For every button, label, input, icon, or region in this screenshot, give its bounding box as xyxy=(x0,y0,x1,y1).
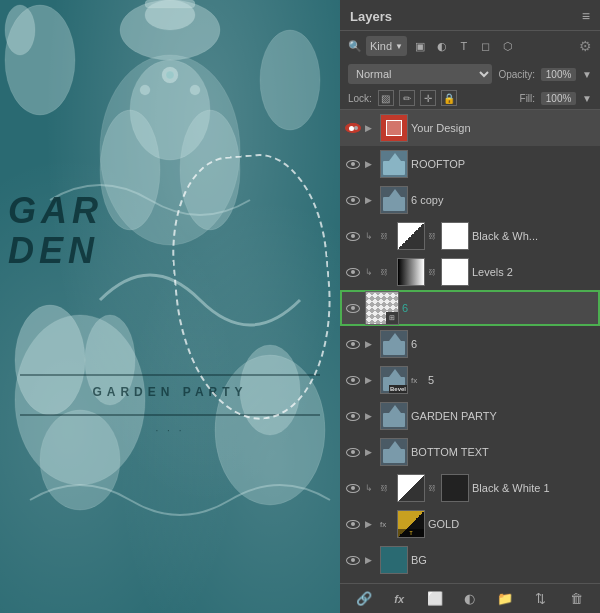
layer-visibility-toggle[interactable] xyxy=(344,407,362,425)
lock-position-btn[interactable]: ✛ xyxy=(420,90,436,106)
layer-visibility-toggle[interactable] xyxy=(344,119,362,137)
layer-expand-icon[interactable]: ▶ xyxy=(365,339,377,349)
layer-row[interactable]: ↳ ⛓ ⛓ Levels 2 xyxy=(340,254,600,290)
panel-options-icon[interactable]: ⚙ xyxy=(579,38,592,54)
layer-visibility-toggle[interactable] xyxy=(344,551,362,569)
svg-point-17 xyxy=(166,71,174,79)
layer-visibility-toggle[interactable] xyxy=(344,479,362,497)
add-mask-button[interactable]: ⬜ xyxy=(423,587,447,611)
link-layers-button[interactable]: 🔗 xyxy=(352,587,376,611)
layer-expand-icon[interactable]: ▶ xyxy=(365,123,377,133)
blend-mode-select[interactable]: Normal xyxy=(348,64,492,84)
link-icon: ⛓ xyxy=(380,484,394,493)
layer-name: Black & Wh... xyxy=(472,230,596,242)
layer-visibility-toggle[interactable] xyxy=(344,299,362,317)
layer-row[interactable]: ▶ BG xyxy=(340,542,600,578)
layer-thumbnail xyxy=(380,150,408,178)
layer-link-indicator: ↳ xyxy=(365,483,377,493)
layer-thumbnail xyxy=(397,474,425,502)
svg-rect-2 xyxy=(145,0,195,8)
svg-point-8 xyxy=(100,110,160,230)
layer-expand-icon[interactable]: ▶ xyxy=(365,411,377,421)
layer-name: GARDEN PARTY xyxy=(411,410,596,422)
layers-list[interactable]: ▶ Your Design ▶ ROOFTOP ▶ xyxy=(340,110,600,583)
layer-visibility-toggle[interactable] xyxy=(344,227,362,245)
lock-all-btn[interactable]: 🔒 xyxy=(441,90,457,106)
layer-visibility-toggle[interactable] xyxy=(344,335,362,353)
layer-row[interactable]: ▶ Your Design xyxy=(340,110,600,146)
layer-name: Your Design xyxy=(411,122,596,134)
add-adjustment-button[interactable]: ◐ xyxy=(458,587,482,611)
layer-thumbnail xyxy=(397,258,425,286)
layer-name: 6 xyxy=(402,302,596,314)
svg-point-18 xyxy=(140,85,150,95)
layer-name: BG xyxy=(411,554,596,566)
layer-row[interactable]: ▶ 6 copy xyxy=(340,182,600,218)
kind-select[interactable]: Kind ▼ xyxy=(366,36,407,56)
layer-visibility-toggle[interactable] xyxy=(344,191,362,209)
opacity-value[interactable]: 100% xyxy=(541,68,576,81)
lock-icons: ▨ ✏ ✛ 🔒 xyxy=(378,90,457,106)
layer-row[interactable]: ▶ ROOFTOP xyxy=(340,146,600,182)
lock-pixels-btn[interactable]: ✏ xyxy=(399,90,415,106)
new-layer-button[interactable]: ⇅ xyxy=(529,587,553,611)
type-filter-icon[interactable]: T xyxy=(455,37,473,55)
layers-toolbar: 🔗 fx ⬜ ◐ 📁 ⇅ 🗑 xyxy=(340,583,600,613)
layer-fx-button[interactable]: fx xyxy=(387,587,411,611)
fx-icon: fx xyxy=(411,376,425,385)
blend-row: Normal Opacity: 100% ▼ xyxy=(340,61,600,87)
layer-visibility-toggle[interactable] xyxy=(344,443,362,461)
layer-row[interactable]: ⊞ 6 xyxy=(340,290,600,326)
layer-expand-icon[interactable]: ▶ xyxy=(365,519,377,529)
opacity-chevron[interactable]: ▼ xyxy=(582,69,592,80)
layer-thumbnail xyxy=(380,402,408,430)
shape-filter-icon[interactable]: ◻ xyxy=(477,37,495,55)
layer-name: BOTTOM TEXT xyxy=(411,446,596,458)
layer-row[interactable]: ▶ fx T GOLD xyxy=(340,506,600,542)
layer-name: Levels 2 xyxy=(472,266,596,278)
panel-header: Layers ≡ xyxy=(340,0,600,31)
layer-thumbnail xyxy=(380,114,408,142)
canvas-text-den: DEN xyxy=(8,230,99,272)
delete-layer-button[interactable]: 🗑 xyxy=(564,587,588,611)
link-icon: ⛓ xyxy=(380,232,394,241)
layer-visibility-toggle[interactable] xyxy=(344,515,362,533)
fill-chevron[interactable]: ▼ xyxy=(582,93,592,104)
layer-visibility-toggle[interactable] xyxy=(344,371,362,389)
smart-filter-icon[interactable]: ⬡ xyxy=(499,37,517,55)
layer-child-indicator: ↳ xyxy=(365,267,377,277)
panel-menu-icon[interactable]: ≡ xyxy=(582,8,590,24)
layer-mask-thumbnail xyxy=(441,222,469,250)
layer-expand-icon[interactable]: ▶ xyxy=(365,195,377,205)
layer-mask-thumbnail xyxy=(441,474,469,502)
lock-row: Lock: ▨ ✏ ✛ 🔒 Fill: 100% ▼ xyxy=(340,87,600,110)
chain-icon: ⛓ xyxy=(428,232,438,241)
svg-point-5 xyxy=(260,30,320,130)
canvas-area: GAR DEN GARDEN PARTY · · · xyxy=(0,0,340,613)
panel-title: Layers xyxy=(350,9,392,24)
lock-transparent-btn[interactable]: ▨ xyxy=(378,90,394,106)
fill-value[interactable]: 100% xyxy=(541,92,576,105)
layer-thumbnail xyxy=(380,186,408,214)
layer-name: 5 xyxy=(428,374,596,386)
lock-label: Lock: xyxy=(348,93,372,104)
layer-row[interactable]: ▶ 6 xyxy=(340,326,600,362)
layer-expand-icon[interactable]: ▶ xyxy=(365,375,377,385)
layer-row[interactable]: ▶ GARDEN PARTY xyxy=(340,398,600,434)
layer-expand-icon[interactable]: ▶ xyxy=(365,447,377,457)
layer-row[interactable]: ↳ ⛓ ⛓ Black & Wh... xyxy=(340,218,600,254)
svg-point-9 xyxy=(180,110,240,230)
pixel-filter-icon[interactable]: ▣ xyxy=(411,37,429,55)
layer-name: ROOFTOP xyxy=(411,158,596,170)
layer-expand-icon[interactable]: ▶ xyxy=(365,555,377,565)
layer-visibility-toggle[interactable] xyxy=(344,155,362,173)
layer-expand-icon[interactable]: ▶ xyxy=(365,159,377,169)
layer-visibility-toggle[interactable] xyxy=(344,263,362,281)
layer-row[interactable]: ▶ Bevel fx 5 xyxy=(340,362,600,398)
adjustment-filter-icon[interactable]: ◐ xyxy=(433,37,451,55)
layer-row[interactable]: ↳ ⛓ ⛓ Black & White 1 xyxy=(340,470,600,506)
layer-name: 6 xyxy=(411,338,596,350)
new-group-button[interactable]: 📁 xyxy=(493,587,517,611)
layer-row[interactable]: ▶ BOTTOM TEXT xyxy=(340,434,600,470)
fill-label: Fill: xyxy=(520,93,536,104)
